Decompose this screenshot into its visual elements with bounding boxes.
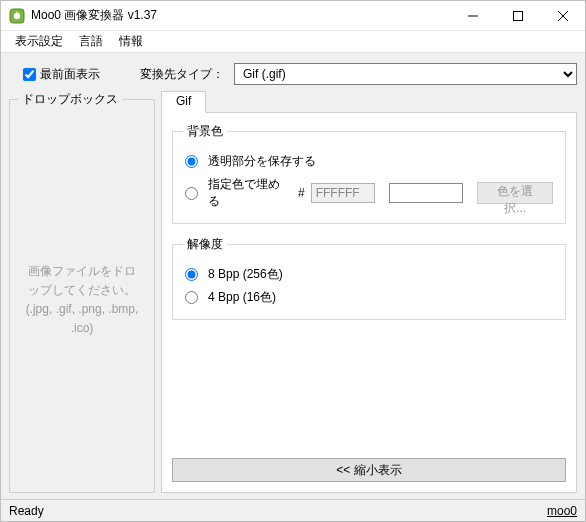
dropbox-hint-line1: 画像ファイルをドロップしてください。 <box>28 264 136 297</box>
resolution-legend: 解像度 <box>183 236 227 253</box>
right-pane: Gif 背景色 透明部分を保存する 指定色で埋める # <box>161 91 577 493</box>
svg-point-1 <box>14 12 20 18</box>
bgcolor-fill-radio[interactable] <box>185 187 198 200</box>
bgcolor-group: 背景色 透明部分を保存する 指定色で埋める # 色を選択... <box>172 123 566 224</box>
dropbox-hint: 画像ファイルをドロップしてください。 (.jpg, .gif, .png, .b… <box>18 262 146 339</box>
menu-language[interactable]: 言語 <box>71 31 111 52</box>
bgcolor-pick-button[interactable]: 色を選択... <box>477 182 553 204</box>
title-bar: Moo0 画像変換器 v1.37 <box>1 1 585 31</box>
tab-gif[interactable]: Gif <box>161 91 206 113</box>
resolution-8bpp-label: 8 Bpp (256色) <box>208 266 283 283</box>
top-row: 最前面表示 変換先タイプ： Gif (.gif) <box>9 61 577 91</box>
topmost-checkbox[interactable] <box>23 68 36 81</box>
bgcolor-fill-label: 指定色で埋める <box>208 176 286 210</box>
status-text: Ready <box>9 504 44 518</box>
resolution-8bpp-row[interactable]: 8 Bpp (256色) <box>183 263 555 286</box>
menu-bar: 表示設定 言語 情報 <box>1 31 585 53</box>
moo0-link[interactable]: moo0 <box>547 504 577 518</box>
content-area: 最前面表示 変換先タイプ： Gif (.gif) ドロップボックス 画像ファイル… <box>1 53 585 499</box>
resolution-4bpp-label: 4 Bpp (16色) <box>208 289 276 306</box>
tab-header: Gif <box>161 91 577 113</box>
main-row: ドロップボックス 画像ファイルをドロップしてください。 (.jpg, .gif,… <box>9 91 577 493</box>
convert-type-select[interactable]: Gif (.gif) <box>234 63 577 85</box>
window-title: Moo0 画像変換器 v1.37 <box>31 7 157 24</box>
status-bar: Ready moo0 <box>1 499 585 521</box>
hash-symbol: # <box>298 186 305 200</box>
resolution-4bpp-row[interactable]: 4 Bpp (16色) <box>183 286 555 309</box>
dropbox-group[interactable]: ドロップボックス 画像ファイルをドロップしてください。 (.jpg, .gif,… <box>9 91 155 493</box>
minimize-button[interactable] <box>450 1 495 30</box>
resolution-group: 解像度 8 Bpp (256色) 4 Bpp (16色) <box>172 236 566 320</box>
convert-type-label: 変換先タイプ： <box>140 66 224 83</box>
dropbox-legend: ドロップボックス <box>18 91 122 108</box>
svg-rect-3 <box>513 11 522 20</box>
bgcolor-preserve-radio[interactable] <box>185 155 198 168</box>
dropbox-hint-line2: (.jpg, .gif, .png, .bmp, .ico) <box>26 302 139 335</box>
resolution-4bpp-radio[interactable] <box>185 291 198 304</box>
app-icon <box>9 8 25 24</box>
collapse-button[interactable]: << 縮小表示 <box>172 458 566 482</box>
topmost-checkbox-wrap[interactable]: 最前面表示 <box>23 66 100 83</box>
maximize-button[interactable] <box>495 1 540 30</box>
bgcolor-legend: 背景色 <box>183 123 227 140</box>
close-button[interactable] <box>540 1 585 30</box>
bgcolor-preserve-label: 透明部分を保存する <box>208 153 316 170</box>
bgcolor-preserve-row[interactable]: 透明部分を保存する <box>183 150 555 173</box>
tab-body: 背景色 透明部分を保存する 指定色で埋める # 色を選択... <box>161 112 577 493</box>
bgcolor-preview <box>389 183 463 203</box>
resolution-8bpp-radio[interactable] <box>185 268 198 281</box>
bgcolor-fill-row[interactable]: 指定色で埋める # 色を選択... <box>183 173 555 213</box>
menu-display-settings[interactable]: 表示設定 <box>7 31 71 52</box>
bgcolor-hex-input[interactable] <box>311 183 375 203</box>
menu-info[interactable]: 情報 <box>111 31 151 52</box>
topmost-label: 最前面表示 <box>40 66 100 83</box>
